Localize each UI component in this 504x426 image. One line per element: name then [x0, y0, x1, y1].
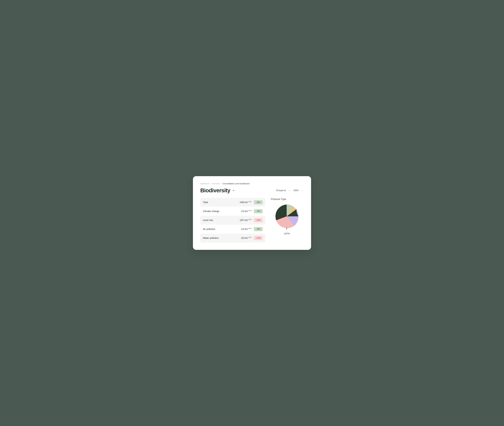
year-next-button[interactable]: ›: [300, 189, 304, 192]
year-label: 2024: [293, 189, 298, 192]
region-selector[interactable]: Europe: [276, 189, 286, 192]
table-row: Air pollution -14 km².MSA -6%: [200, 225, 265, 234]
row-badge: -4%: [254, 209, 263, 213]
chart-panel: Pressure Type: [269, 198, 304, 242]
region-sort-icon: [284, 190, 286, 192]
main-content: Total -248 km².MSA -6% Climate change -1…: [200, 198, 304, 242]
breadcrumb: Dahboard › Overview › Consolidated Level…: [200, 183, 304, 185]
row-badge: -6%: [254, 200, 263, 204]
data-table: Total -248 km².MSA -6% Climate change -1…: [200, 198, 265, 242]
breadcrumb-item-3: Consolidated Level Dashboard: [222, 183, 249, 185]
row-value: -187 km².MSA: [233, 219, 252, 222]
breadcrumb-item-1: Dahboard: [200, 183, 209, 185]
table-row: Water pollution -33 km².MSA +1%: [200, 234, 265, 242]
row-value: -13 km².MSA: [233, 210, 252, 213]
row-label: Climate change: [203, 210, 231, 213]
table-row: Total -248 km².MSA -6%: [200, 198, 265, 207]
table-row: Land Use -187 km².MSA +2%: [200, 216, 265, 225]
row-value: -14 km².MSA: [233, 228, 252, 231]
row-label: Water pollution: [203, 237, 231, 240]
page-title-group: Biodiversity: [200, 187, 236, 194]
svg-point-1: [286, 228, 287, 228]
breadcrumb-sep-2: ›: [221, 183, 221, 185]
header-controls: Europe ‹ 2024 ›: [276, 189, 304, 192]
header-row: Biodiversity Europe ‹ 2024 ›: [200, 187, 304, 194]
breadcrumb-sep-1: ›: [210, 183, 211, 185]
year-nav: ‹ 2024 ›: [288, 189, 304, 192]
dashboard-card: Dahboard › Overview › Consolidated Level…: [193, 176, 311, 250]
row-label: Air pollution: [203, 228, 231, 231]
row-value: -33 km².MSA: [233, 237, 252, 240]
chart-value-label: -187%: [283, 232, 290, 235]
row-badge: +1%: [254, 236, 263, 240]
row-label: Total: [203, 201, 231, 204]
table-row: Climate change -13 km².MSA -4%: [200, 207, 265, 216]
title-dropdown-button[interactable]: [232, 188, 236, 192]
row-badge: +2%: [254, 218, 263, 222]
chart-title: Pressure Type: [269, 198, 286, 201]
row-label: Land Use: [203, 219, 231, 222]
row-value: -248 km².MSA: [233, 201, 252, 204]
pie-chart: -187%: [272, 203, 301, 229]
breadcrumb-item-2: Overview: [212, 183, 220, 185]
page-title: Biodiversity: [200, 187, 230, 194]
year-prev-button[interactable]: ‹: [288, 189, 292, 192]
row-badge: -6%: [254, 227, 263, 231]
region-label: Europe: [276, 189, 283, 192]
